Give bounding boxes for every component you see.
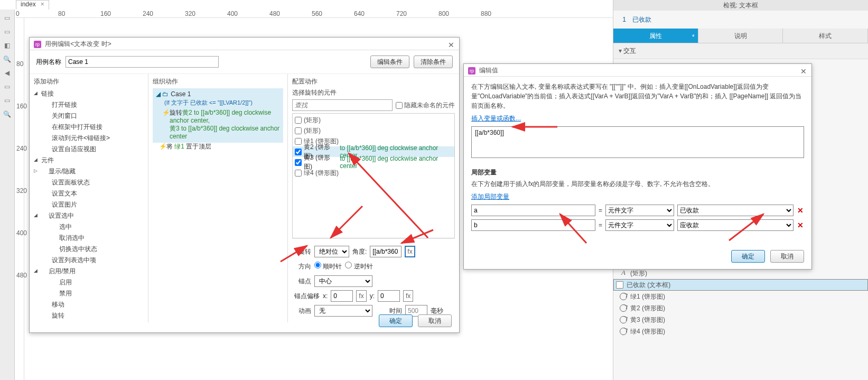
rotate-label: 旋转 [292, 247, 311, 256]
angle-label: 角度: [352, 247, 367, 256]
tree-group-links[interactable]: 链接 [34, 88, 144, 99]
tab-notes[interactable]: 说明 [698, 29, 783, 43]
outline-item[interactable]: 绿4 (饼形图) [613, 326, 868, 337]
tool-search-icon[interactable]: 🔍 [2, 54, 13, 64]
fx-button[interactable]: fx [405, 246, 415, 257]
local-var-name-input[interactable] [471, 219, 595, 231]
tree-item[interactable]: 在框架中打开链接 [34, 122, 144, 133]
page-tab-close-icon[interactable]: × [41, 1, 44, 8]
edit-condition-button[interactable]: 编辑条件 [370, 55, 409, 68]
rect-icon [616, 281, 623, 289]
tool-icon[interactable]: ▭ [2, 95, 13, 106]
panel-header: 添加动作 [34, 77, 144, 86]
tree-item[interactable]: 设置面板状态 [34, 177, 144, 188]
tree-item[interactable]: 设置文本 [34, 188, 144, 199]
tool-icon[interactable]: ◧ [2, 40, 13, 51]
widget-row[interactable]: (矩形) [293, 115, 454, 125]
case-action[interactable]: ⚡将 绿1 置于顶层 [153, 143, 283, 151]
tree-item[interactable]: 启用 [34, 277, 144, 288]
tool-icon[interactable]: ▭ [2, 13, 13, 23]
tree-item[interactable]: 禁用 [34, 288, 144, 299]
case-action[interactable]: ⚡旋转黄2 to [[a/b*360]] deg clockwise ancho… [156, 109, 280, 125]
local-var-type-select[interactable]: 元件文字 [605, 219, 674, 231]
case-name-input[interactable] [66, 56, 219, 68]
widget-row[interactable]: 黄3 (饼形图) to [[a/b*360]] deg clockwise an… [293, 157, 454, 168]
tab-style[interactable]: 样式 [783, 29, 868, 43]
tree-group-widgets[interactable]: 元件 [34, 155, 144, 166]
ok-button[interactable]: 确定 [731, 250, 765, 263]
dir-ccw-radio[interactable]: 逆时针 [345, 262, 372, 271]
app-icon: rp [468, 67, 475, 75]
local-var-name-input[interactable] [471, 205, 595, 216]
tool-icon[interactable]: ▭ [2, 81, 13, 92]
cancel-button[interactable]: 取消 [418, 314, 452, 327]
anim-select[interactable]: 无 [314, 305, 372, 317]
outline-item[interactable]: 黄3 (饼形图) [613, 314, 868, 326]
outline: A(矩形) 已收款 (文本框) 绿1 (饼形图) 黄2 (饼形图) 黄3 (饼形… [613, 265, 868, 339]
ruler-vertical: 80 160 240 320 400 480 [16, 18, 24, 380]
hide-unnamed-checkbox[interactable]: 隐藏未命名的元件 [396, 101, 455, 110]
dialog-title-bar[interactable]: rp 用例编辑<文本改变 时> ✕ [30, 38, 459, 50]
outline-item[interactable]: 黄2 (饼形图) [613, 302, 868, 314]
expression-editor[interactable]: [[a/b*360]] [471, 126, 804, 158]
insert-var-link[interactable]: 插入变量或函数... [471, 115, 521, 122]
outline-item[interactable]: 绿1 (饼形图) [613, 291, 868, 302]
rotate-mode-select[interactable]: 绝对位 [314, 246, 349, 257]
page-tab-label: index [21, 1, 36, 8]
widget-name[interactable]: 已收款 [632, 16, 651, 23]
tool-search-icon[interactable]: 🔍 [2, 109, 13, 119]
tree-item[interactable]: 设置自适应视图 [34, 144, 144, 155]
tree-group-setselected[interactable]: 设置选中 [34, 210, 144, 221]
tree-item[interactable]: 旋转 [34, 310, 144, 321]
delete-icon[interactable]: ✕ [797, 221, 804, 229]
clear-condition-button[interactable]: 清除条件 [414, 55, 453, 68]
tree-item[interactable]: 设置列表选中项 [34, 255, 144, 266]
section-interactions[interactable]: 交互 [613, 43, 868, 59]
tree-item[interactable]: 切换选中状态 [34, 244, 144, 255]
close-icon[interactable]: ✕ [799, 65, 808, 75]
outline-item[interactable]: 已收款 (文本框) [613, 279, 868, 291]
tree-group-enable[interactable]: 启用/禁用 [34, 266, 144, 277]
anchor-select[interactable]: 中心 [314, 275, 372, 287]
case-condition: (If 文字于 已收款 <= "[[LVAR1/2]]") [156, 99, 280, 107]
dialog-title-bar[interactable]: rp 编辑值 ✕ [464, 64, 811, 77]
tool-icon[interactable]: ◀ [2, 68, 13, 78]
tree-item[interactable]: 移动 [34, 299, 144, 310]
offset-y-input[interactable] [378, 290, 400, 302]
tree-item[interactable]: 关闭窗口 [34, 110, 144, 122]
tool-icon[interactable]: ▭ [2, 26, 13, 37]
fx-button[interactable]: fx [403, 290, 413, 302]
dir-cw-radio[interactable]: 顺时针 [314, 262, 342, 271]
ruler-horizontal: 0 80 160 240 320 400 480 560 640 720 800… [16, 10, 613, 18]
case-block[interactable]: ◢ 🗀Case 1 (If 文字于 已收款 <= "[[LVAR1/2]]") … [153, 88, 283, 143]
ok-button[interactable]: 确定 [379, 314, 413, 327]
inspector-header: 检视: 文本框 [613, 0, 868, 11]
local-var-header: 局部变量 [471, 168, 804, 177]
local-var-widget-select[interactable]: 已收款 [677, 205, 794, 216]
tree-item[interactable]: 取消选中 [34, 233, 144, 244]
text-icon: A [620, 270, 627, 277]
page-tab[interactable]: index × [16, 0, 49, 10]
offset-x-input[interactable] [331, 290, 353, 302]
local-var-widget-select[interactable]: 应收款 [677, 219, 794, 231]
tree-item[interactable]: 打开链接 [34, 99, 144, 110]
search-input[interactable] [292, 99, 393, 111]
close-icon[interactable]: ✕ [446, 39, 456, 48]
fx-button[interactable]: fx [356, 290, 366, 302]
cancel-button[interactable]: 取消 [770, 250, 804, 263]
tree-item[interactable]: 滚动到元件<锚链接> [34, 133, 144, 144]
tree-group-showhide[interactable]: 显示/隐藏 [34, 166, 144, 177]
case-name-label: 用例名称 [36, 58, 61, 67]
local-var-type-select[interactable]: 元件文字 [605, 205, 674, 216]
add-local-var-link[interactable]: 添加局部变量 [471, 193, 509, 200]
delete-icon[interactable]: ✕ [797, 206, 804, 215]
angle-input[interactable] [370, 246, 402, 257]
panel-header: 配置动作 [292, 77, 455, 86]
organize-action-panel: 组织动作 ◢ 🗀Case 1 (If 文字于 已收款 <= "[[LVAR1/2… [148, 74, 288, 322]
widget-row[interactable]: (矩形) [293, 125, 454, 136]
bolt-icon: ⚡ [162, 109, 170, 117]
tab-properties[interactable]: 属性* [613, 29, 698, 43]
tree-item[interactable]: 设置图片 [34, 199, 144, 210]
dialog-title: 用例编辑<文本改变 时> [45, 40, 111, 48]
tree-item[interactable]: 选中 [34, 221, 144, 233]
